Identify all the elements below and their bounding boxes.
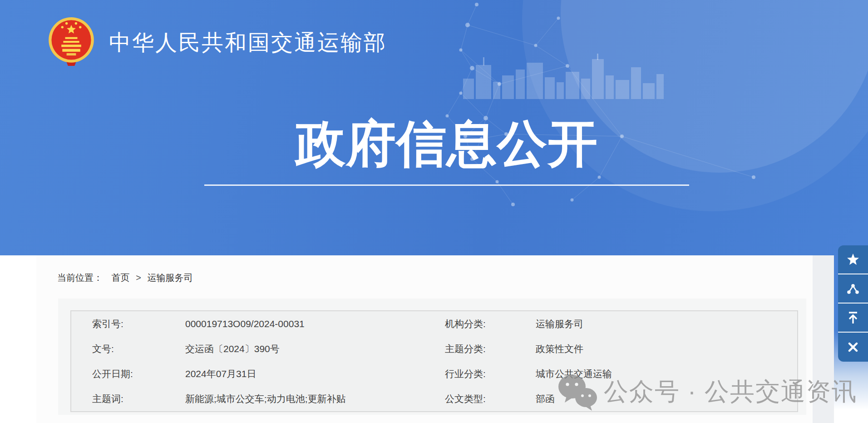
meta-value: 2024年07月31日: [185, 368, 445, 380]
share-button[interactable]: [838, 274, 868, 304]
close-button[interactable]: [838, 333, 868, 362]
breadcrumb-home-link[interactable]: 首页: [112, 273, 130, 283]
breadcrumb-separator: >: [136, 273, 141, 283]
meta-label: 主题词:: [92, 393, 185, 405]
favorite-button[interactable]: [838, 245, 868, 274]
table-row: 文号: 交运函〔2024〕390号 主题分类: 政策性文件: [71, 336, 797, 361]
meta-value: 新能源;城市公交车;动力电池;更新补贴: [185, 393, 445, 405]
table-row: 主题词: 新能源;城市公交车;动力电池;更新补贴 公文类型: 部函: [71, 386, 797, 411]
breadcrumb-section-link[interactable]: 运输服务司: [147, 273, 192, 283]
table-row: 索引号: 000019713O09/2024-00031 机构分类: 运输服务司: [71, 311, 797, 336]
meta-label: 机构分类:: [445, 318, 536, 330]
back-to-top-button[interactable]: [838, 304, 868, 333]
meta-value: 交运函〔2024〕390号: [185, 343, 445, 355]
meta-value: 政策性文件: [536, 343, 797, 355]
page-title: 政府信息公开: [204, 114, 689, 173]
content-card: 当前位置： 首页 > 运输服务司 索引号: 000019713O09/2024-…: [36, 255, 813, 423]
meta-value: 运输服务司: [536, 318, 797, 330]
doc-meta-table: 索引号: 000019713O09/2024-00031 机构分类: 运输服务司…: [70, 310, 798, 412]
table-row: 公开日期: 2024年07月31日 行业分类: 城市公共交通运输: [71, 361, 797, 386]
floating-toolbar: [838, 245, 868, 362]
meta-label: 行业分类:: [445, 368, 536, 380]
right-margin-strip: [813, 255, 834, 423]
breadcrumb-label: 当前位置：: [57, 273, 103, 283]
page-header: 中华人民共和国交通运输部 政府信息公开: [0, 0, 868, 255]
close-icon: [848, 342, 858, 353]
meta-label: 公文类型:: [445, 393, 536, 405]
meta-label: 索引号:: [92, 318, 185, 330]
meta-value: 部函: [536, 393, 797, 405]
site-name: 中华人民共和国交通运输部: [109, 28, 387, 57]
meta-value: 城市公共交通运输: [536, 368, 797, 380]
share-icon: [846, 282, 860, 295]
star-icon: [846, 253, 860, 266]
meta-label: 主题分类:: [445, 343, 536, 355]
china-national-emblem-icon: [48, 16, 95, 66]
meta-label: 公开日期:: [92, 368, 185, 380]
meta-value: 000019713O09/2024-00031: [185, 318, 445, 329]
page-title-block: 政府信息公开: [204, 114, 689, 186]
meta-label: 文号:: [92, 343, 185, 355]
brand: 中华人民共和国交通运输部: [48, 16, 411, 66]
breadcrumb: 当前位置： 首页 > 运输服务司: [57, 272, 192, 284]
top-arrow-icon: [846, 311, 860, 324]
